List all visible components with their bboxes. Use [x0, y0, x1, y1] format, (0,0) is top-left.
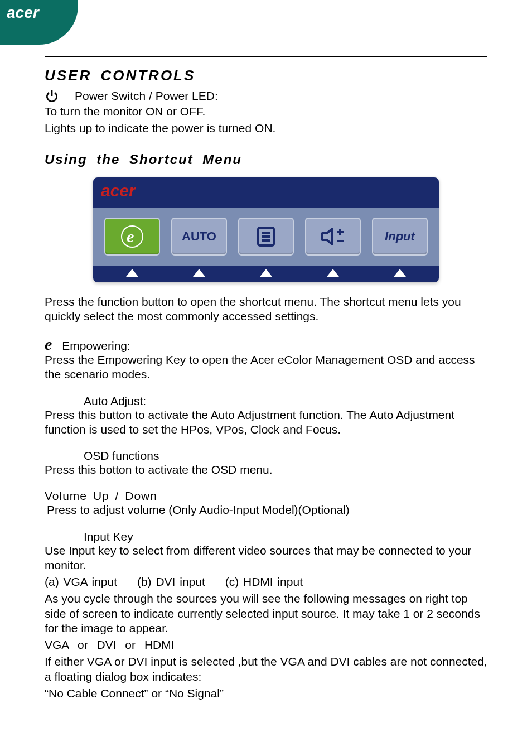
input-key-options: (a) VGA input (b) DVI input (c) HDMI inp… [45, 575, 487, 589]
menu-list-icon [255, 225, 277, 248]
input-opt-c: (c) HDMI input [225, 575, 303, 589]
osd-body: e AUTO [93, 208, 439, 266]
power-label: Power Switch / Power LED: [75, 89, 218, 103]
volume-icon [320, 225, 346, 248]
empowering-title: Empowering: [62, 339, 130, 353]
auto-title: Auto Adjust: [45, 394, 487, 408]
osd-header: acer [93, 177, 439, 208]
osd-figure: acer e AUTO [93, 177, 439, 282]
arrow-up-icon [327, 269, 339, 277]
empowering-head: e Empowering: [45, 336, 487, 353]
input-key-body3: If either VGA or DVI input is selected ,… [45, 654, 487, 684]
svg-marker-16 [327, 269, 339, 277]
osd-input-button[interactable]: Input [372, 218, 428, 256]
osd-menu-button[interactable] [238, 218, 294, 256]
input-opt-b: (b) DVI input [137, 575, 205, 589]
osd-auto-label: AUTO [182, 229, 216, 244]
empowering-body: Press the Empowering Key to open the Ace… [45, 353, 487, 382]
acer-logo-osd-icon: acer [101, 182, 157, 201]
svg-text:e: e [127, 227, 134, 245]
arrow-up-icon [260, 269, 272, 277]
svg-text:acer: acer [101, 182, 137, 200]
top-rule [45, 56, 487, 57]
osd-auto-button[interactable]: AUTO [171, 218, 227, 256]
arrow-up-icon [394, 269, 406, 277]
acer-logo-icon: acer [7, 4, 57, 22]
osd-input-label: Input [385, 229, 415, 244]
input-key-body2: As you cycle through the sources you wil… [45, 591, 487, 635]
ecolor-icon: e [121, 225, 143, 248]
input-key-body1: Use Input key to select from different v… [45, 543, 487, 573]
svg-marker-14 [193, 269, 205, 277]
shortcut-intro: Press the function button to open the sh… [45, 295, 487, 324]
heading-shortcut-menu: Using the Shortcut Menu [45, 152, 487, 167]
svg-marker-15 [260, 269, 272, 277]
osd-functions-body: Press this botton to activate the OSD me… [45, 463, 487, 477]
power-row: Power Switch / Power LED: [45, 89, 487, 103]
input-opt-a: (a) VGA input [45, 575, 117, 589]
auto-body: Press this button to activate the Auto A… [45, 408, 487, 437]
volume-title: Volume Up / Down [45, 489, 487, 503]
osd-functions-title: OSD functions [45, 449, 487, 463]
power-line2: Lights up to indicate the power is turne… [45, 121, 487, 136]
svg-text:acer: acer [7, 4, 40, 21]
empowering-e-icon: e [45, 336, 52, 353]
osd-volume-button[interactable] [305, 218, 361, 256]
heading-user-controls: USER CONTROLS [45, 67, 487, 84]
power-line1: To turn the monitor ON or OFF. [45, 104, 487, 119]
arrow-up-icon [193, 269, 205, 277]
arrow-up-icon [126, 269, 138, 277]
power-icon [45, 89, 59, 103]
volume-body: Press to adjust volume (Only Audio-Input… [45, 503, 487, 517]
osd-ecolor-button[interactable]: e [104, 218, 160, 256]
svg-marker-17 [394, 269, 406, 277]
input-key-sources-line: VGA or DVI or HDMI [45, 638, 487, 652]
input-key-body4: “No Cable Connect” or “No Signal” [45, 686, 487, 701]
input-key-title: Input Key [45, 530, 487, 543]
osd-footer [93, 266, 439, 282]
svg-marker-13 [126, 269, 138, 277]
